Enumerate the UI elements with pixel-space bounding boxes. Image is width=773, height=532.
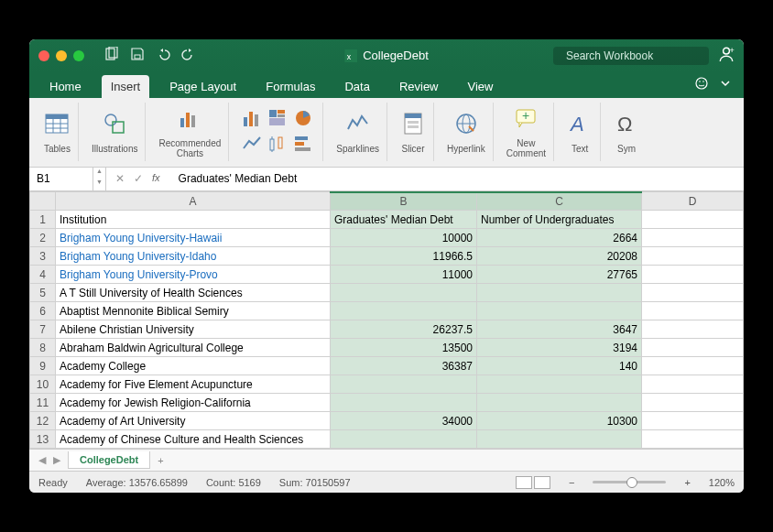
sparklines-group[interactable]: Sparklines	[329, 103, 387, 161]
redo-icon[interactable]	[181, 47, 196, 65]
cancel-formula-icon[interactable]: ✕	[115, 172, 125, 185]
line-chart-icon[interactable]	[242, 134, 264, 156]
accept-formula-icon[interactable]: ✓	[134, 172, 143, 185]
select-all-corner[interactable]	[30, 192, 56, 211]
name-box-stepper[interactable]: ▲▼	[93, 168, 106, 190]
cell[interactable]	[477, 302, 642, 320]
row-header[interactable]: 6	[30, 302, 56, 320]
row-header[interactable]: 9	[30, 357, 56, 375]
row-header[interactable]: 3	[30, 247, 56, 266]
row-header[interactable]: 10	[30, 375, 56, 394]
cell[interactable]: Graduates' Median Debt	[331, 211, 477, 229]
search-box[interactable]	[553, 47, 709, 65]
cell[interactable]: Brigham Young University-Idaho	[56, 247, 331, 266]
column-header-D[interactable]: D	[642, 192, 744, 211]
cell[interactable]: Academy of Chinese Culture and Health Sc…	[56, 430, 331, 449]
cell[interactable]: 20208	[477, 247, 642, 266]
tables-group[interactable]: Tables	[37, 103, 79, 161]
zoom-out-icon[interactable]: −	[569, 477, 574, 488]
sheet-tab[interactable]: CollegeDebt	[68, 451, 150, 469]
cell[interactable]: Institution	[56, 211, 331, 229]
view-buttons[interactable]	[516, 476, 550, 489]
tab-formulas[interactable]: Formulas	[256, 75, 324, 98]
cell[interactable]: 13500	[331, 339, 477, 357]
bar-chart-icon[interactable]	[293, 134, 315, 156]
cell[interactable]: Brigham Young University-Hawaii	[56, 229, 331, 247]
cell[interactable]	[331, 302, 477, 320]
cell[interactable]: 2664	[477, 229, 642, 247]
row-header[interactable]: 5	[30, 284, 56, 302]
collapse-ribbon-icon[interactable]	[718, 76, 733, 94]
zoom-slider[interactable]	[593, 481, 666, 483]
cell[interactable]	[642, 394, 744, 412]
cell[interactable]: 10000	[331, 229, 477, 247]
cell[interactable]: A T Still University of Health Sciences	[56, 284, 331, 302]
worksheet[interactable]: ABCD 1InstitutionGraduates' Median DebtN…	[29, 191, 744, 450]
row-header[interactable]: 1	[30, 211, 56, 229]
search-input[interactable]	[566, 49, 703, 62]
column-chart-icon[interactable]	[242, 108, 264, 130]
cell[interactable]	[642, 357, 744, 375]
row-header[interactable]: 11	[30, 394, 56, 412]
cell[interactable]: 3647	[477, 320, 642, 339]
tab-page-layout[interactable]: Page Layout	[160, 75, 245, 98]
cell[interactable]	[642, 266, 744, 284]
recommended-charts-group[interactable]: Recommended Charts	[151, 103, 229, 161]
column-header-A[interactable]: A	[56, 192, 331, 211]
cell[interactable]	[642, 375, 744, 394]
sheet-next-icon[interactable]: ▶	[49, 454, 64, 466]
slicer-group[interactable]: Slicer	[393, 103, 434, 161]
cell[interactable]	[642, 339, 744, 357]
statistic-chart-icon[interactable]	[267, 134, 289, 156]
cell[interactable]	[642, 211, 744, 229]
cell[interactable]	[642, 302, 744, 320]
zoom-in-icon[interactable]: +	[684, 477, 690, 488]
add-sheet-button[interactable]: +	[150, 452, 170, 469]
cell[interactable]	[642, 412, 744, 430]
zoom-level[interactable]: 120%	[709, 477, 735, 488]
row-header[interactable]: 8	[30, 339, 56, 357]
minimize-button[interactable]	[56, 50, 67, 61]
cell[interactable]	[331, 284, 477, 302]
save-icon[interactable]	[130, 47, 145, 65]
cell[interactable]	[477, 394, 642, 412]
tab-home[interactable]: Home	[40, 75, 91, 98]
pie-chart-icon[interactable]	[293, 108, 315, 130]
cell[interactable]	[642, 284, 744, 302]
cell[interactable]	[331, 430, 477, 449]
cell[interactable]: 26237.5	[331, 320, 477, 339]
user-icon[interactable]: +	[718, 46, 735, 66]
row-header[interactable]: 4	[30, 266, 56, 284]
fx-icon[interactable]: fx	[152, 172, 166, 185]
cell[interactable]	[331, 394, 477, 412]
symbol-group[interactable]: Ω Sym	[606, 103, 647, 161]
new-file-icon[interactable]	[104, 47, 119, 65]
cell[interactable]	[477, 284, 642, 302]
row-header[interactable]: 13	[30, 430, 56, 449]
cell[interactable]: Academy College	[56, 357, 331, 375]
column-header-C[interactable]: C	[477, 192, 642, 211]
cell[interactable]	[642, 247, 744, 266]
cell[interactable]: Academy for Five Element Acupuncture	[56, 375, 331, 394]
tab-data[interactable]: Data	[335, 75, 378, 98]
name-box[interactable]: B1	[29, 168, 93, 190]
cell[interactable]	[642, 229, 744, 247]
smiley-feedback-icon[interactable]	[694, 76, 709, 94]
cell[interactable]	[642, 430, 744, 449]
cell[interactable]	[331, 375, 477, 394]
cell[interactable]: 11966.5	[331, 247, 477, 266]
cell[interactable]: Abraham Baldwin Agricultural College	[56, 339, 331, 357]
hierarchy-chart-icon[interactable]	[267, 108, 289, 130]
cell[interactable]: Abaptist Mennonite Biblical Semiry	[56, 302, 331, 320]
maximize-button[interactable]	[73, 50, 84, 61]
cell[interactable]: Brigham Young University-Provo	[56, 266, 331, 284]
tab-insert[interactable]: Insert	[102, 75, 150, 98]
cell[interactable]: Number of Undergraduates	[477, 211, 642, 229]
hyperlink-group[interactable]: Hyperlink	[440, 103, 494, 161]
illustrations-group[interactable]: Illustrations	[84, 103, 147, 161]
tab-view[interactable]: View	[459, 75, 503, 98]
cell[interactable]: 27765	[477, 266, 642, 284]
cell[interactable]: 34000	[331, 412, 477, 430]
cell[interactable]: 140	[477, 357, 642, 375]
cell[interactable]: 3194	[477, 339, 642, 357]
